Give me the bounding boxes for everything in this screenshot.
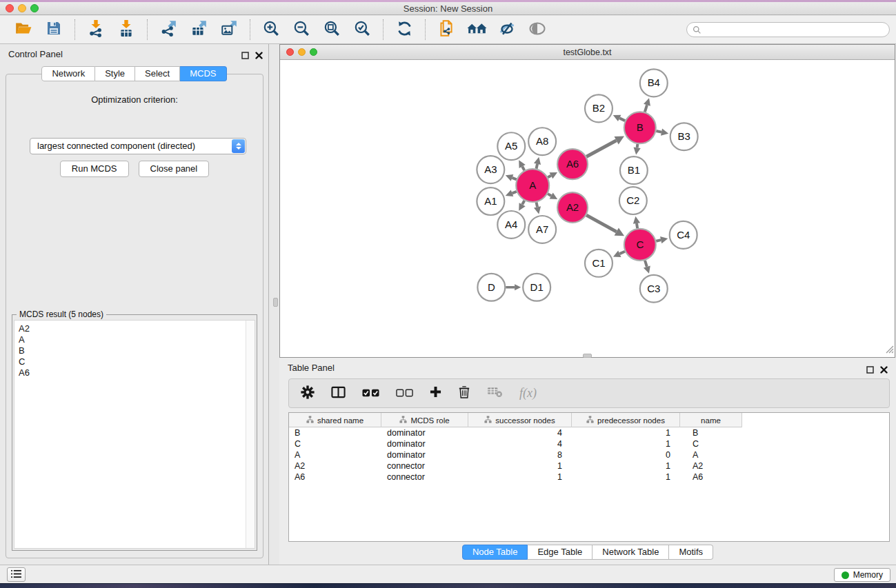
show-columns-button[interactable] — [331, 386, 346, 401]
tab-network-table[interactable]: Network Table — [593, 545, 669, 560]
column-header-successor-nodes[interactable]: successor nodes — [468, 413, 572, 427]
table-row-B[interactable]: Bdominator41B — [289, 427, 889, 438]
gene-view-button[interactable] — [497, 19, 517, 41]
node-label-A: A — [529, 179, 536, 191]
tab-style[interactable]: Style — [95, 66, 135, 81]
column-header-name[interactable]: name — [680, 413, 742, 427]
node-label-C1: C1 — [592, 257, 605, 269]
edge-A-A4[interactable] — [522, 201, 524, 205]
search-input[interactable] — [686, 22, 890, 37]
mcds-result-item[interactable]: A6 — [19, 367, 250, 378]
export-network-button[interactable] — [158, 19, 179, 41]
tab-select[interactable]: Select — [135, 66, 180, 81]
node-label-A5: A5 — [505, 140, 517, 152]
open-file-button[interactable] — [13, 19, 34, 41]
arrowhead-icon — [661, 129, 668, 136]
zoom-out-button[interactable] — [291, 19, 312, 41]
edge-C-C2[interactable] — [637, 223, 637, 228]
edge-A6-B[interactable] — [586, 141, 616, 156]
edge-A-A3[interactable] — [512, 178, 516, 179]
desktop: Session: New Session Control Panel Netwo… — [0, 0, 896, 588]
network-canvas[interactable]: B4B2BB3A5A8A6B1A3AA1C2A2A4A7C4CC1C3DD1 — [280, 60, 895, 356]
table-row-A[interactable]: Adominator80A — [289, 449, 889, 460]
edge-B-B4[interactable] — [645, 105, 647, 112]
add-column-icon — [430, 386, 441, 401]
tab-network[interactable]: Network — [41, 66, 95, 81]
edge-C-C3[interactable] — [645, 261, 647, 267]
zoom-selected-button[interactable] — [352, 19, 372, 41]
float-panel-icon[interactable] — [241, 50, 249, 62]
edge-B-B1[interactable] — [637, 144, 638, 148]
show-graphics-button[interactable] — [527, 19, 548, 41]
run-mcds-button[interactable]: Run MCDS — [60, 161, 129, 177]
table-row-A2[interactable]: A2connector11A2 — [289, 460, 889, 472]
home-button[interactable] — [466, 19, 487, 41]
export-table-button[interactable] — [188, 19, 209, 41]
table-mode-gear-button[interactable] — [301, 385, 315, 402]
cell-predecessor-nodes: 1 — [572, 460, 680, 472]
table-mode-gear-icon — [301, 385, 315, 402]
delete-columns-icon — [458, 385, 470, 402]
cell-predecessor-nodes: 1 — [572, 427, 680, 438]
node-label-C4: C4 — [677, 229, 690, 241]
column-header-shared-name[interactable]: shared name — [289, 413, 381, 427]
arrowhead-icon — [534, 206, 541, 214]
export-network-icon — [159, 19, 177, 40]
edge-C-C1[interactable] — [619, 252, 625, 254]
attribute-tree-icon — [484, 416, 492, 425]
show-panels-button[interactable] — [7, 567, 26, 582]
import-table-button[interactable] — [116, 19, 137, 41]
cell-successor-nodes: 8 — [468, 449, 572, 460]
column-header-mcds-role[interactable]: MCDS role — [381, 413, 468, 427]
mcds-result-item[interactable]: C — [19, 356, 250, 367]
refresh-view-button[interactable] — [394, 19, 415, 41]
export-image-button[interactable] — [219, 19, 239, 41]
mcds-result-item[interactable]: A — [19, 334, 250, 345]
close-table-panel-icon[interactable] — [880, 364, 888, 376]
edge-A2-C[interactable] — [586, 215, 617, 232]
mcds-result-item[interactable]: B — [19, 345, 250, 356]
mcds-result-item[interactable]: A2 — [19, 323, 250, 334]
zoom-in-button[interactable] — [261, 19, 281, 41]
select-all-button[interactable] — [362, 387, 379, 400]
edge-A-A7[interactable] — [537, 202, 538, 207]
float-table-panel-icon[interactable] — [866, 364, 874, 376]
network-graph: B4B2BB3A5A8A6B1A3AA1C2A2A4A7C4CC1C3DD1 — [280, 60, 895, 356]
zoom-fit-icon — [323, 19, 341, 40]
criterion-dropdown[interactable]: largest connected component (directed) — [30, 138, 246, 154]
save-session-button[interactable] — [43, 19, 64, 41]
clone-network-button[interactable] — [436, 19, 457, 41]
tab-edge-table[interactable]: Edge Table — [528, 545, 593, 560]
result-list-scrollbar[interactable] — [246, 321, 255, 548]
close-panel-button[interactable]: Close panel — [139, 161, 210, 177]
import-network-button[interactable] — [86, 19, 106, 41]
edge-B-B2[interactable] — [619, 118, 625, 121]
edge-A-A1[interactable] — [512, 192, 516, 193]
deselect-all-button[interactable] — [396, 387, 413, 400]
import-table-icon — [117, 19, 135, 40]
column-label: successor nodes — [495, 416, 555, 425]
memory-button[interactable]: Memory — [834, 568, 890, 582]
edge-C-C4[interactable] — [656, 240, 661, 241]
add-column-button[interactable] — [430, 386, 441, 401]
tab-motifs[interactable]: Motifs — [669, 545, 713, 560]
arrowhead-icon — [634, 147, 641, 154]
cell-mcds-role: connector — [381, 460, 468, 472]
edge-A-A6[interactable] — [548, 176, 551, 178]
edge-A-A8[interactable] — [537, 164, 538, 169]
tab-mcds[interactable]: MCDS — [180, 66, 226, 81]
zoom-fit-button[interactable] — [321, 19, 342, 41]
edge-A-A2[interactable] — [548, 194, 551, 196]
close-panel-icon[interactable] — [255, 50, 263, 62]
edge-A-A5[interactable] — [522, 166, 524, 170]
cell-mcds-role: connector — [381, 472, 468, 483]
delete-columns-button[interactable] — [458, 385, 470, 402]
control-panel-tabs: NetworkStyleSelectMCDS — [0, 66, 268, 81]
vertical-scroll-thumb[interactable] — [273, 298, 278, 307]
table-row-A6[interactable]: A6connector11A6 — [289, 472, 889, 483]
resize-grip-icon[interactable] — [885, 344, 894, 356]
tab-node-table[interactable]: Node Table — [462, 545, 528, 560]
column-header-predecessor-nodes[interactable]: predecessor nodes — [572, 413, 680, 427]
table-row-C[interactable]: Cdominator41C — [289, 438, 889, 449]
edge-B-B3[interactable] — [656, 131, 661, 132]
